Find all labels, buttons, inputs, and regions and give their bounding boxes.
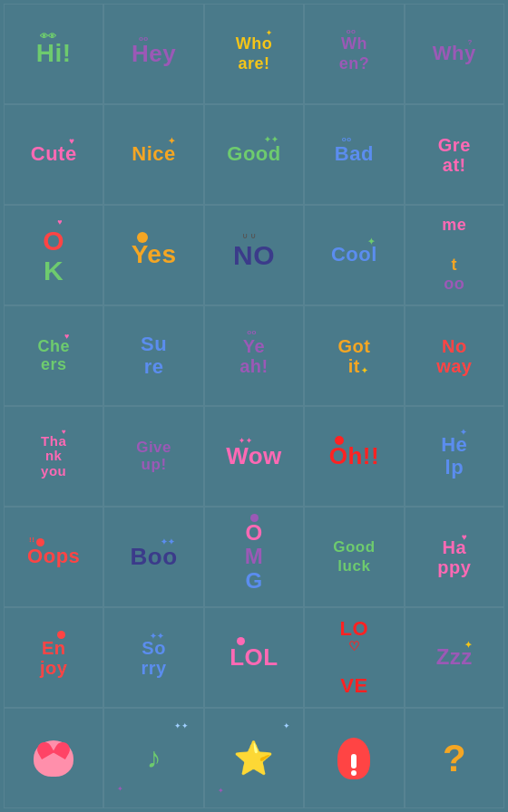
sticker-nice[interactable]: ✦ Nice <box>103 104 203 205</box>
sticker-enjoy[interactable]: Enjoy <box>4 607 103 708</box>
sticker-music-note[interactable]: ♪ ✦✦ ✦ <box>103 708 203 808</box>
sticker-grid: 👁👁 Hi! oo Hey ✦ Whoare! oo When? ? Why ♥… <box>0 0 508 812</box>
sticker-me-too[interactable]: metoo <box>405 205 504 305</box>
sticker-omg[interactable]: OMG <box>204 507 304 607</box>
sticker-star-emoji[interactable]: ⭐ ✦ ✦ <box>204 708 304 808</box>
sticker-why[interactable]: ? Why <box>405 4 504 104</box>
sticker-no-way[interactable]: Noway <box>405 305 504 406</box>
sticker-good[interactable]: ✦✦ Good <box>204 104 304 205</box>
sticker-heart-emoji[interactable] <box>4 708 103 808</box>
sticker-wow[interactable]: ✦✦ Wow <box>204 406 304 507</box>
sticker-love[interactable]: LO♡VE <box>304 607 404 708</box>
sticker-lol[interactable]: LOL <box>204 607 304 708</box>
sticker-oh[interactable]: Oh!! <box>304 406 404 507</box>
sticker-exclaim-emoji[interactable] <box>304 708 404 808</box>
sticker-yes[interactable]: Yes <box>103 205 203 305</box>
sticker-sorry[interactable]: ✦✦ Sorry <box>103 607 203 708</box>
sticker-zzz[interactable]: ✦ Zzz <box>405 607 504 708</box>
sticker-hey[interactable]: oo Hey <box>103 4 203 104</box>
sticker-help[interactable]: ✦ Help <box>405 406 504 507</box>
sticker-oops[interactable]: !! Oops <box>4 507 103 607</box>
sticker-who-are[interactable]: ✦ Whoare! <box>204 4 304 104</box>
sticker-got-it[interactable]: ✦ Gotit <box>304 305 404 406</box>
sticker-no[interactable]: ∪ ∪ NO <box>204 205 304 305</box>
sticker-ok[interactable]: ♥ OK <box>4 205 103 305</box>
sticker-good-luck[interactable]: Goodluck <box>304 507 404 607</box>
sticker-great[interactable]: Great! <box>405 104 504 205</box>
sticker-yeah[interactable]: oo Yeah! <box>204 305 304 406</box>
sticker-give-up[interactable]: Giveup! <box>103 406 203 507</box>
sticker-cool[interactable]: ✦ Cool <box>304 205 404 305</box>
sticker-hi[interactable]: 👁👁 Hi! <box>4 4 103 104</box>
sticker-thank-you[interactable]: ♥ Thankyou <box>4 406 103 507</box>
sticker-sure[interactable]: Sure <box>103 305 203 406</box>
sticker-cute[interactable]: ♥ Cute <box>4 104 103 205</box>
sticker-boo[interactable]: ✦✦ Boo <box>103 507 203 607</box>
sticker-cheers[interactable]: ♥ Cheers <box>4 305 103 406</box>
sticker-happy[interactable]: ♥ Happy <box>405 507 504 607</box>
sticker-question-emoji[interactable]: ? <box>405 708 504 808</box>
sticker-bad[interactable]: oo Bad <box>304 104 404 205</box>
sticker-when[interactable]: oo When? <box>304 4 404 104</box>
